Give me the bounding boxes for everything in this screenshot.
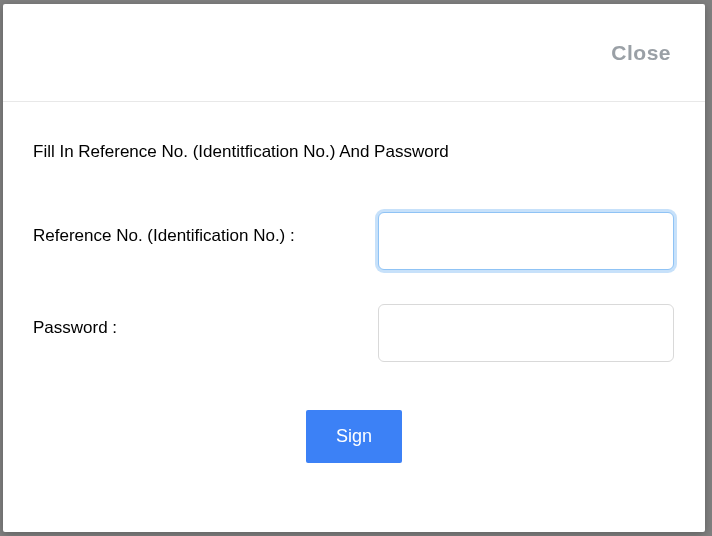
password-label: Password : (33, 304, 378, 338)
reference-label: Reference No. (Identification No.) : (33, 212, 378, 246)
close-button[interactable]: Close (611, 41, 671, 65)
reference-row: Reference No. (Identification No.) : (33, 212, 675, 270)
modal-header: Close (3, 4, 705, 102)
sign-button[interactable]: Sign (306, 410, 402, 463)
password-input[interactable] (378, 304, 674, 362)
password-row: Password : (33, 304, 675, 362)
modal-dialog: Close Fill In Reference No. (Identitfica… (3, 4, 705, 532)
reference-input[interactable] (378, 212, 674, 270)
instruction-text: Fill In Reference No. (Identitfication N… (33, 142, 675, 162)
modal-body: Fill In Reference No. (Identitfication N… (3, 102, 705, 463)
button-row: Sign (33, 410, 675, 463)
